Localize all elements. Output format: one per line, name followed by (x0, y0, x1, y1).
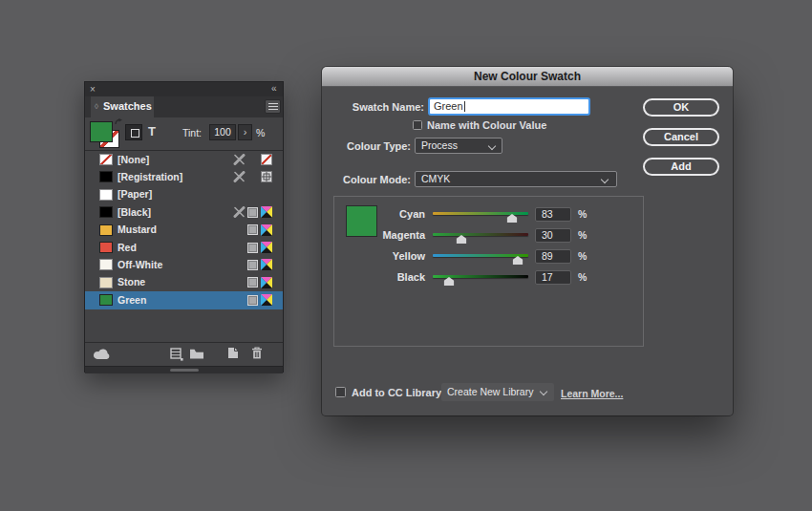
yellow-unit: % (578, 250, 587, 262)
cmyk-mode-icon (261, 224, 273, 236)
swap-fill-stroke-icon[interactable] (115, 118, 122, 126)
swatch-name-input[interactable]: Green (428, 97, 590, 116)
delete-swatch-button[interactable] (251, 347, 263, 359)
yellow-value-input[interactable]: 89 (535, 249, 571, 264)
colour-type-dropdown[interactable]: Process (415, 138, 502, 154)
panel-menu-button[interactable] (265, 99, 281, 114)
swatch-row-black[interactable]: [Black] (85, 203, 283, 221)
magenta-label: Magenta (322, 229, 425, 241)
cmyk-mode-icon (261, 242, 273, 253)
magenta-slider-track[interactable] (433, 233, 528, 236)
black-slider-track[interactable] (433, 275, 528, 278)
cmyk-mode-icon (261, 277, 273, 288)
colour-type-value: Process (421, 139, 458, 151)
black-slider-handle[interactable] (444, 277, 455, 286)
tint-dropdown-button[interactable]: › (238, 124, 252, 140)
formatting-affects-text-button[interactable]: T (148, 124, 156, 138)
panel-tab-row: ◊ Swatches (85, 96, 283, 117)
yellow-slider-handle[interactable] (513, 256, 524, 265)
magenta-slider-handle[interactable] (457, 235, 467, 244)
swatch-row-paper[interactable]: [Paper] (85, 186, 283, 203)
colour-mode-label: Colour Mode: (322, 174, 411, 185)
cmyk-mode-icon (261, 206, 273, 218)
swatch-name: Off-White (118, 259, 162, 270)
no-edit-icon (233, 206, 246, 218)
text-caret (464, 101, 465, 112)
no-edit-icon (233, 154, 246, 165)
swatch-row-mustard[interactable]: Mustard (85, 222, 283, 239)
cyan-label: Cyan (322, 208, 425, 220)
swatch-row-stone[interactable]: Stone (85, 274, 283, 291)
resize-grip[interactable] (170, 369, 199, 372)
cyan-slider-track[interactable] (433, 212, 528, 215)
trash-icon (251, 347, 263, 359)
swatch-name: [Paper] (118, 188, 152, 200)
swatch-name: Stone (118, 276, 145, 287)
chevron-down-icon (601, 175, 609, 182)
tint-input[interactable]: 100 (209, 124, 236, 140)
magenta-channel-row: Magenta 30 % (322, 228, 733, 244)
name-with-colour-value-label: Name with Colour Value (427, 119, 546, 131)
name-with-colour-value-checkbox[interactable] (413, 120, 422, 130)
folder-icon (189, 349, 204, 359)
panel-header: × « (85, 82, 283, 96)
cyan-value-input[interactable]: 83 (535, 207, 571, 222)
swatches-panel: × « ◊ Swatches T Tint: 100 › % [None] [R… (84, 81, 284, 373)
cc-libraries-button[interactable] (93, 348, 111, 360)
swatch-chip (99, 189, 113, 201)
no-edit-icon (233, 171, 246, 182)
new-colour-swatch-dialog: New Colour Swatch Swatch Name: Green Nam… (322, 67, 733, 415)
swatch-kinds-icon (170, 348, 183, 361)
close-icon[interactable]: × (90, 82, 96, 96)
show-swatch-kinds-button[interactable] (170, 348, 183, 361)
new-colour-group-button[interactable] (189, 349, 204, 359)
cc-library-dropdown[interactable]: Create New Library (441, 383, 554, 401)
colour-mode-dropdown[interactable]: CMYK (415, 171, 617, 187)
swatch-row-none[interactable]: [None] (85, 151, 283, 168)
add-button[interactable]: Add (643, 158, 719, 176)
swatch-row-red[interactable]: Red (85, 239, 283, 256)
swatch-row-off-white[interactable]: Off-White (85, 256, 283, 273)
tint-label: Tint: (182, 127, 202, 138)
learn-more-link[interactable]: Learn More... (561, 388, 623, 399)
black-channel-row: Black 17 % (322, 270, 733, 286)
process-colour-icon (247, 224, 258, 235)
fill-proxy-swatch[interactable] (90, 121, 113, 142)
swatch-row-registration[interactable]: [Registration] (85, 168, 283, 185)
panel-bottom-bar (85, 342, 283, 367)
add-to-cc-library-checkbox[interactable] (335, 387, 346, 397)
panel-resize-strip (85, 366, 283, 373)
swatch-chip (99, 294, 113, 306)
yellow-label: Yellow (322, 250, 425, 262)
desktop: { "background_color": "#5c5c5e", "glyphs… (0, 0, 812, 511)
colour-type-label: Colour Type: (322, 140, 411, 152)
process-colour-icon (247, 260, 258, 270)
dialog-title: New Colour Swatch (322, 67, 733, 86)
swatch-row-green-selected[interactable]: Green (85, 291, 283, 309)
magenta-unit: % (578, 229, 587, 241)
black-label: Black (322, 271, 425, 283)
collapse-panel-icon[interactable]: « (271, 81, 277, 96)
black-value-input[interactable]: 17 (535, 270, 571, 285)
tab-label: Swatches (103, 100, 152, 112)
cyan-slider-handle[interactable] (507, 214, 518, 223)
swatch-chip (99, 242, 113, 253)
ok-button[interactable]: OK (643, 98, 719, 117)
tab-swatches[interactable]: ◊ Swatches (91, 96, 154, 117)
cancel-button[interactable]: Cancel (643, 128, 719, 146)
formatting-affects-container-button[interactable] (125, 124, 142, 140)
cc-library-value: Create New Library (447, 386, 533, 397)
registration-icon (261, 171, 273, 182)
none-colour-icon (261, 154, 272, 165)
swatch-name: [None] (118, 154, 149, 165)
magenta-value-input[interactable]: 30 (535, 228, 571, 243)
dialog-title-bar[interactable]: New Colour Swatch (322, 67, 733, 87)
menu-lines-icon (268, 103, 278, 111)
colour-mode-value: CMYK (421, 173, 450, 184)
cyan-unit: % (578, 208, 587, 220)
new-swatch-button[interactable] (227, 347, 239, 359)
cmyk-mode-icon (261, 294, 273, 306)
swatch-name-text: Green (434, 100, 463, 112)
yellow-slider-track[interactable] (433, 254, 528, 257)
process-colour-icon (247, 295, 258, 306)
